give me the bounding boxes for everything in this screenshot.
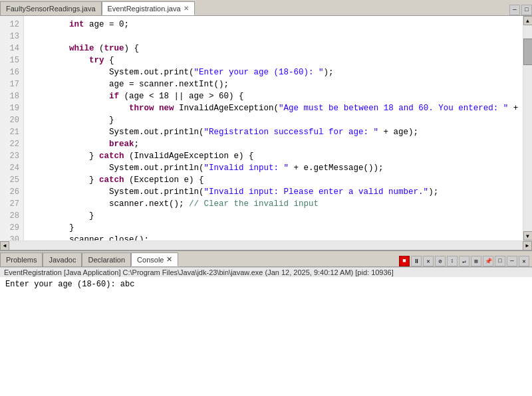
minimize-icon[interactable]: ─ — [509, 5, 520, 15]
tab-faulty-sensor[interactable]: FaultySensorReadings.java — [0, 1, 102, 15]
word-wrap-btn[interactable]: ↵ — [459, 256, 469, 266]
console-tab-bar: Problems Javadoc Declaration Console ✕ ■… — [0, 251, 532, 267]
code-line-25: } catch (Exception e) { — [29, 174, 517, 186]
code-line-29: } — [29, 222, 517, 234]
close-console-icon[interactable]: ✕ — [166, 255, 172, 264]
declaration-label: Declaration — [88, 256, 125, 264]
pin-console-btn[interactable]: 📌 — [483, 256, 493, 266]
code-line-26: System.out.println("Invalid input: Pleas… — [29, 186, 517, 198]
code-line-30: scanner.close(); — [29, 234, 517, 241]
vertical-scrollbar[interactable]: ▲ ▼ — [523, 16, 532, 241]
tab-faulty-label: FaultySensorReadings.java — [6, 5, 96, 13]
code-line-21: System.out.println("Registration success… — [29, 126, 517, 138]
scroll-left-icon[interactable]: ◀ — [0, 241, 9, 250]
code-line-18: if (age < 18 || age > 60) { — [29, 90, 517, 102]
code-line-15: try { — [29, 54, 517, 66]
console-output-area[interactable]: Enter your age (18-60): abc — [0, 277, 532, 396]
pause-btn[interactable]: ⏸ — [411, 256, 422, 266]
code-line-20: } — [29, 114, 517, 126]
close-view-btn[interactable]: ✕ — [519, 256, 529, 266]
console-label: Console — [137, 256, 164, 264]
terminate-btn[interactable]: ✕ — [423, 256, 434, 266]
code-line-23: } catch (InvalidAgeException e) { — [29, 150, 517, 162]
window-controls: ─ □ — [509, 5, 532, 15]
close-tab-icon[interactable]: ✕ — [184, 5, 189, 12]
editor-tab-bar: FaultySensorReadings.java EventRegistrat… — [0, 0, 532, 16]
horizontal-scrollbar[interactable]: ◀ ▶ — [0, 241, 532, 250]
tab-event-label: EventRegistration.java — [108, 5, 181, 13]
code-line-12: int age = 0; — [29, 19, 517, 31]
tab-problems[interactable]: Problems — [0, 252, 43, 266]
scroll-right-icon[interactable]: ▶ — [523, 241, 532, 250]
code-line-19: throw new InvalidAgeException("Age must … — [29, 102, 517, 114]
tab-declaration[interactable]: Declaration — [82, 252, 131, 266]
tab-javadoc[interactable]: Javadoc — [43, 252, 82, 266]
console-toolbar-right: ■ ⏸ ✕ ⊘ ↕ ↵ ⊞ 📌 □ ─ ✕ — [399, 256, 532, 266]
console-output-text: Enter your age (18-60): abc — [5, 280, 134, 289]
tab-event-registration[interactable]: EventRegistration.java ✕ — [102, 1, 195, 15]
clear-console-btn[interactable]: ⊘ — [435, 256, 446, 266]
scroll-down-icon[interactable]: ▼ — [523, 231, 533, 241]
open-console-btn[interactable]: ⊞ — [471, 256, 481, 266]
maximize-icon[interactable]: □ — [521, 5, 532, 15]
code-line-27: scanner.next(); // Clear the invalid inp… — [29, 198, 517, 210]
line-numbers: 1213141516171819202122232425262728293031 — [0, 16, 24, 241]
scroll-up-icon[interactable]: ▲ — [523, 16, 533, 25]
minimize-console-btn[interactable]: ─ — [507, 256, 517, 266]
editor-area: 1213141516171819202122232425262728293031… — [0, 16, 532, 241]
code-line-24: System.out.println("Invalid input: " + e… — [29, 162, 517, 174]
scroll-lock-btn[interactable]: ↕ — [447, 256, 458, 266]
console-status-line: EventRegistration [Java Application] C:\… — [0, 267, 532, 277]
code-line-16: System.out.print("Enter your age (18-60)… — [29, 66, 517, 78]
code-line-17: age = scanner.nextInt(); — [29, 78, 517, 90]
code-line-28: } — [29, 210, 517, 222]
console-panel: Problems Javadoc Declaration Console ✕ ■… — [0, 250, 532, 396]
scroll-thumb[interactable] — [523, 39, 533, 65]
tab-console[interactable]: Console ✕ — [131, 252, 178, 266]
maximize-console-btn[interactable]: □ — [495, 256, 505, 266]
javadoc-label: Javadoc — [49, 256, 76, 264]
code-editor[interactable]: int age = 0; while (true) { try { System… — [24, 16, 523, 241]
scroll-track[interactable] — [523, 25, 533, 231]
code-line-22: break; — [29, 138, 517, 150]
problems-label: Problems — [6, 256, 37, 264]
code-line-14: while (true) { — [29, 43, 517, 54]
stop-btn[interactable]: ■ — [399, 256, 410, 266]
code-line-13 — [29, 31, 517, 43]
h-scroll-track[interactable] — [9, 241, 523, 250]
